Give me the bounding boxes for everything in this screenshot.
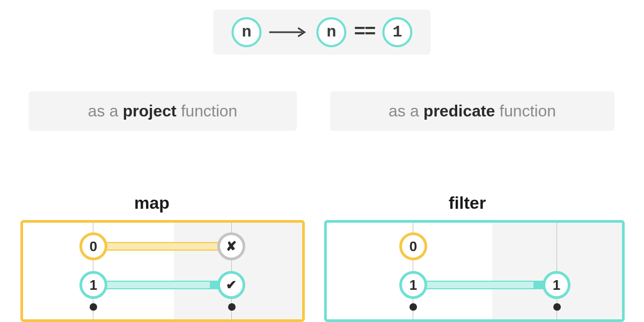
timeline-dot (90, 303, 97, 311)
filter-diagram: 0 1 1 (324, 220, 625, 322)
lambda-param-token: n (231, 17, 261, 47)
lambda-expression: n n == 1 (213, 10, 430, 55)
filter-track-row2 (415, 281, 555, 289)
arrow-icon (269, 27, 309, 38)
filter-title: filter (449, 193, 486, 213)
map-input-marble-1: 1 (79, 271, 107, 299)
expr-value-token: 1 (383, 17, 413, 47)
map-track-row2 (96, 281, 230, 289)
expr-var-token: n (316, 17, 346, 47)
predicate-function-label: as a predicate function (330, 91, 614, 131)
map-output-marble-true: ✔ (217, 271, 245, 299)
map-output-marble-false: ✘ (217, 232, 245, 260)
timeline-dot (409, 303, 417, 311)
map-diagram: 0 ✘ 1 ✔ (20, 220, 305, 322)
map-track-row1 (96, 242, 230, 251)
project-function-label: as a project function (28, 91, 297, 131)
label-bold: predicate (423, 102, 495, 120)
filter-input-marble-1: 1 (399, 271, 427, 299)
label-text: as a (389, 102, 423, 120)
check-icon: ✔ (226, 277, 237, 292)
x-icon: ✘ (226, 239, 237, 254)
map-input-marble-0: 0 (79, 232, 107, 260)
filter-output-marble-1: 1 (543, 271, 570, 299)
timeline-dot (228, 303, 236, 311)
timeline-dot (553, 303, 561, 311)
label-text: function (495, 102, 556, 120)
label-bold: project (123, 102, 177, 120)
map-title: map (134, 193, 170, 213)
label-text: as a (88, 102, 123, 120)
label-text: function (177, 102, 237, 120)
filter-input-marble-0: 0 (399, 232, 427, 260)
equals-operator: == (354, 21, 375, 43)
